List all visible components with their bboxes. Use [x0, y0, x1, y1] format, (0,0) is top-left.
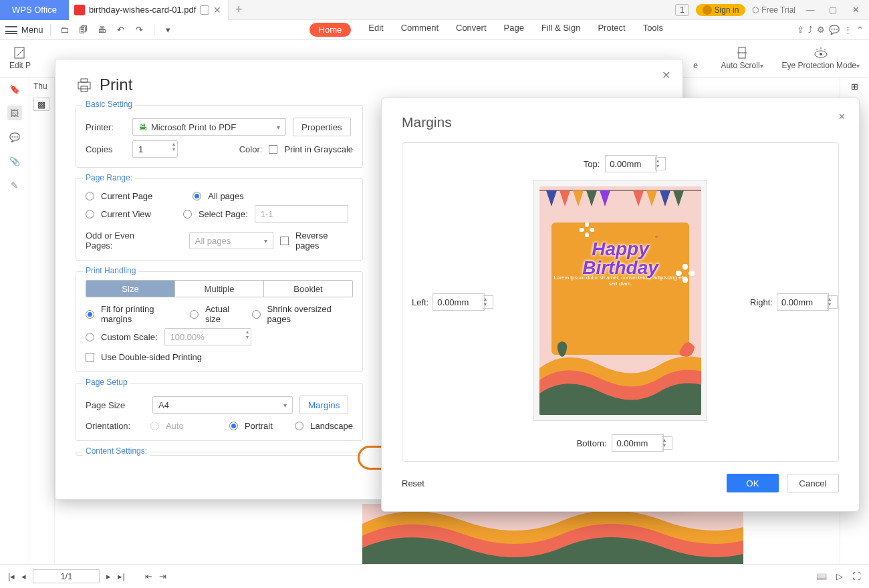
fit-margins-radio[interactable] [86, 310, 94, 319]
select-page-label: Select Page: [199, 209, 248, 219]
select-page-input[interactable]: 1-1 [255, 205, 348, 223]
open-icon[interactable]: 🗀 [57, 25, 72, 35]
comments-icon[interactable]: 💬 [7, 130, 22, 144]
status-prev-page[interactable]: ◂ [21, 571, 26, 581]
svg-point-9 [585, 223, 589, 227]
page-size-select[interactable]: A4▾ [152, 396, 293, 414]
seg-multiple[interactable]: Multiple [175, 281, 264, 297]
current-view-radio[interactable] [86, 210, 94, 218]
status-next-page[interactable]: ▸ [106, 571, 111, 581]
thumbnails-icon[interactable]: 🖼 [7, 106, 22, 120]
tab-count-badge[interactable]: 1 [675, 4, 689, 16]
undo-icon[interactable]: ↶ [114, 25, 128, 35]
document-tab[interactable]: birthday-wishes-card-01.pdf ✕ [69, 0, 229, 20]
svg-rect-6 [81, 79, 88, 82]
collapse-ribbon-icon[interactable]: ⌃ [856, 25, 864, 35]
status-reading-mode-icon[interactable]: 📖 [816, 571, 827, 581]
signature-icon[interactable]: ✎ [7, 178, 22, 192]
dropdown-icon[interactable]: ▾ [161, 25, 176, 35]
right-tool-1-icon[interactable]: ⊞ [851, 82, 858, 92]
grayscale-checkbox[interactable] [269, 145, 277, 154]
all-pages-label: All pages [208, 191, 243, 201]
menu-convert[interactable]: Convert [456, 23, 487, 37]
shrink-radio[interactable] [252, 310, 261, 319]
avatar-icon [703, 5, 712, 15]
maximize-button[interactable]: ▢ [825, 5, 841, 15]
margins-dialog-close[interactable]: ✕ [838, 112, 846, 122]
menu-edit[interactable]: Edit [368, 23, 383, 37]
hamburger-icon[interactable] [5, 26, 17, 34]
seg-booklet[interactable]: Booklet [264, 281, 352, 297]
margin-left-input[interactable]: 0.00mm [432, 293, 485, 311]
double-sided-checkbox[interactable] [86, 353, 94, 361]
feedback-icon[interactable]: 💬 [829, 25, 840, 35]
free-trial-button[interactable]: ⬡Free Trial [752, 5, 795, 15]
new-tab-button[interactable]: + [229, 3, 249, 17]
ribbon-right-peek[interactable]: e [689, 46, 703, 70]
status-last-page[interactable]: ▸| [118, 571, 124, 581]
margin-top-input[interactable]: 0.00mm [605, 155, 657, 172]
odd-even-label: Odd or Even Pages: [86, 231, 162, 251]
tab-close-icon[interactable]: ✕ [213, 5, 221, 15]
all-pages-radio[interactable] [193, 192, 201, 200]
handling-segment[interactable]: Size Multiple Booklet [86, 280, 353, 297]
attachments-icon[interactable]: 📎 [7, 154, 22, 168]
margins-button[interactable]: Margins [299, 396, 348, 414]
ribbon-eye-protection[interactable]: Eye Protection Mode▾ [782, 46, 860, 70]
close-window-button[interactable]: ✕ [848, 5, 864, 15]
sign-in-button[interactable]: Sign in [696, 4, 746, 16]
menu-comment[interactable]: Comment [401, 23, 439, 37]
margins-ok-button[interactable]: OK [727, 474, 779, 492]
custom-label: Custom Scale: [101, 332, 158, 342]
select-page-radio[interactable] [183, 210, 192, 218]
orientation-landscape-radio[interactable] [295, 422, 303, 430]
svg-point-15 [682, 277, 688, 283]
status-nav-right[interactable]: ⇥ [159, 571, 166, 581]
portrait-label: Portrait [245, 421, 273, 431]
ribbon-autoscroll[interactable]: Auto Scroll▾ [721, 46, 763, 70]
menu-home[interactable]: Home [309, 23, 352, 37]
redo-icon[interactable]: ↷ [132, 25, 147, 35]
margin-bottom-input[interactable]: 0.00mm [612, 434, 664, 452]
svg-point-17 [689, 271, 695, 276]
more-icon[interactable]: ⋮ [844, 25, 852, 35]
print-dialog-close[interactable]: ✕ [662, 69, 670, 82]
minimize-button[interactable]: — [802, 5, 818, 15]
margins-reset-button[interactable]: Reset [402, 478, 424, 488]
reverse-checkbox[interactable] [280, 237, 289, 245]
custom-scale-radio[interactable] [86, 333, 94, 341]
orientation-portrait-radio[interactable] [229, 422, 238, 430]
save-icon[interactable]: 🗐 [76, 25, 91, 35]
odd-even-select[interactable]: All pages▾ [189, 232, 273, 249]
menu-protect[interactable]: Protect [598, 23, 625, 37]
actual-size-radio[interactable] [190, 310, 199, 319]
cloud-icon[interactable]: ⤴ [808, 25, 813, 35]
printer-select[interactable]: 🖶Microsoft Print to PDF▾ [132, 118, 286, 136]
printer-properties-button[interactable]: Properties [293, 118, 351, 136]
seg-size[interactable]: Size [86, 281, 175, 297]
status-play-icon[interactable]: ▷ [836, 571, 843, 581]
print-icon[interactable]: 🖶 [95, 25, 110, 35]
status-nav-left[interactable]: ⇤ [145, 571, 152, 581]
custom-scale-input[interactable]: 100.00% [164, 328, 251, 345]
margins-preview-group: Top: 0.00mm Left: 0.00mm Right: 0.00mm L… [402, 142, 839, 462]
reverse-label: Reverse pages [295, 231, 353, 251]
crown-icon: ⬡ [752, 5, 759, 15]
status-fullscreen-icon[interactable]: ⛶ [852, 571, 861, 581]
menu-button[interactable]: Menu [21, 25, 43, 35]
bookmark-icon[interactable]: 🔖 [7, 82, 22, 96]
menu-fill-sign[interactable]: Fill & Sign [541, 23, 581, 37]
margin-right-input[interactable]: 0.00mm [777, 293, 829, 311]
status-first-page[interactable]: |◂ [8, 571, 15, 581]
status-page-input[interactable]: 1/1 [33, 569, 100, 583]
menu-tools[interactable]: Tools [643, 23, 663, 37]
copies-input[interactable]: 1 [132, 140, 178, 158]
current-page-radio[interactable] [86, 192, 94, 200]
thumbnail-item[interactable]: ▩ [33, 98, 49, 111]
margins-cancel-button[interactable]: Cancel [787, 474, 839, 492]
tab-restore-icon[interactable] [200, 5, 209, 15]
settings-icon[interactable]: ⚙ [817, 25, 825, 35]
share-icon[interactable]: ⇪ [797, 25, 804, 35]
menu-page[interactable]: Page [504, 23, 524, 37]
ribbon-edit-peek[interactable]: Edit P [9, 46, 31, 70]
